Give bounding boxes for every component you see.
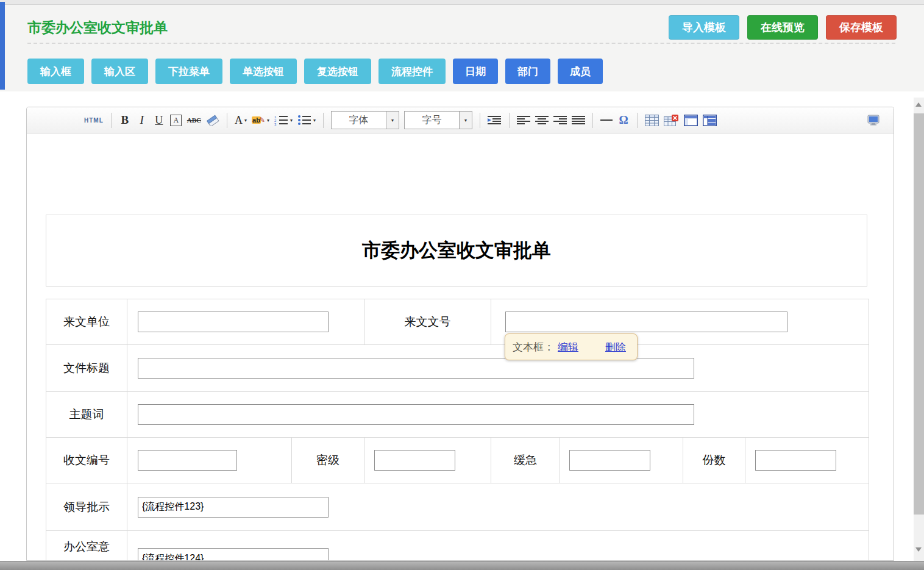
online-preview-button[interactable]: 在线预览 xyxy=(747,15,818,40)
delete-table-button[interactable] xyxy=(663,112,680,129)
table-row: 领导批示 xyxy=(46,483,869,531)
toolbar-separator xyxy=(323,113,324,128)
unordered-list-button[interactable]: ▾ xyxy=(296,112,317,129)
align-justify-icon xyxy=(572,115,585,125)
copies-label: 份数 xyxy=(683,438,745,483)
rich-text-editor: HTML B I U A ABC A▾ ab✎▾ 123 ▾ ▾ 字体 xyxy=(26,107,894,561)
highlight-color-button[interactable]: ab✎▾ xyxy=(251,112,271,129)
office-opinion-label: 办公室意 xyxy=(46,531,127,561)
editor-content-area[interactable]: 市委办公室收文审批单 来文单位 来文文号 文件标题 主题 xyxy=(27,134,894,561)
delete-control-link[interactable]: 删除 xyxy=(605,340,626,354)
header-divider xyxy=(27,43,895,44)
component-date-button[interactable]: 日期 xyxy=(453,59,498,84)
security-level-input[interactable] xyxy=(374,450,455,471)
font-family-select[interactable]: 字体 ▾ xyxy=(331,111,399,129)
table-row: 来文单位 来文文号 xyxy=(46,299,869,345)
align-right-button[interactable] xyxy=(552,112,568,129)
incoming-unit-cell xyxy=(127,299,364,345)
scroll-down-arrow-icon[interactable] xyxy=(915,547,922,552)
eraser-icon xyxy=(206,115,219,126)
document-title: 市委办公室收文审批单 xyxy=(362,238,551,263)
format-eraser-button[interactable] xyxy=(205,112,221,129)
font-size-label: 字号 xyxy=(405,114,459,127)
ordered-list-button[interactable]: 123 ▾ xyxy=(273,112,294,129)
left-edge-panel xyxy=(0,2,5,90)
import-template-button[interactable]: 导入模板 xyxy=(669,15,739,40)
save-template-button[interactable]: 保存模板 xyxy=(826,15,897,40)
insert-table-button[interactable] xyxy=(644,112,660,129)
component-palette: 输入框 输入区 下拉菜单 单选按钮 复选按钮 流程控件 日期 部门 成员 xyxy=(27,59,603,84)
caret-down-icon: ▾ xyxy=(386,112,399,129)
keywords-input[interactable] xyxy=(138,404,694,425)
fullscreen-monitor-icon xyxy=(867,115,880,126)
edit-control-link[interactable]: 编辑 xyxy=(558,340,578,354)
vertical-scrollbar[interactable] xyxy=(914,98,924,561)
caret-down-icon: ▾ xyxy=(290,118,293,123)
scroll-up-arrow-icon[interactable] xyxy=(915,102,922,107)
action-button-group: 导入模板 在线预览 保存模板 xyxy=(669,15,897,40)
urgency-cell xyxy=(560,438,683,483)
editor-toolbar: HTML B I U A ABC A▾ ab✎▾ 123 ▾ ▾ 字体 xyxy=(27,107,894,134)
incoming-number-input[interactable] xyxy=(505,312,787,332)
page-title: 市委办公室收文审批单 xyxy=(27,18,168,37)
toolbar-separator xyxy=(592,113,593,128)
html-source-button[interactable]: HTML xyxy=(83,112,105,129)
urgency-input[interactable] xyxy=(569,450,650,471)
special-char-button[interactable]: Ω xyxy=(616,112,631,129)
bold-button[interactable]: B xyxy=(118,112,132,129)
table-row: 文件标题 xyxy=(46,345,869,392)
indent-button[interactable] xyxy=(486,112,503,129)
bottom-status-bar xyxy=(0,561,924,570)
component-department-button[interactable]: 部门 xyxy=(505,59,550,84)
office-opinion-control[interactable] xyxy=(138,548,329,561)
copies-cell xyxy=(745,438,869,483)
component-member-button[interactable]: 成员 xyxy=(558,59,603,84)
doc-title-cell xyxy=(127,345,869,392)
fullscreen-button[interactable] xyxy=(865,112,881,129)
leader-instructions-control[interactable] xyxy=(138,497,329,518)
tooltip-label: 文本框： xyxy=(513,340,554,354)
caret-down-icon: ▾ xyxy=(459,112,472,129)
security-level-label: 密级 xyxy=(292,438,364,483)
align-left-button[interactable] xyxy=(516,112,531,129)
toolbar-separator xyxy=(637,113,638,128)
component-radio-button[interactable]: 单选按钮 xyxy=(230,59,297,84)
component-checkbox-button[interactable]: 复选按钮 xyxy=(304,59,371,84)
char-border-button[interactable]: A xyxy=(169,112,183,129)
document-title-block[interactable]: 市委办公室收文审批单 xyxy=(46,215,867,287)
component-dropdown-button[interactable]: 下拉菜单 xyxy=(155,59,222,84)
underline-button[interactable]: U xyxy=(152,112,166,129)
component-flow-control-button[interactable]: 流程控件 xyxy=(378,59,446,84)
security-level-cell xyxy=(364,438,491,483)
font-size-select[interactable]: 字号 ▾ xyxy=(404,111,472,129)
indent-icon xyxy=(488,115,502,126)
receipt-number-input[interactable] xyxy=(138,450,237,471)
horizontal-rule-button[interactable] xyxy=(599,112,614,129)
receipt-number-label: 收文编号 xyxy=(46,438,127,483)
align-right-icon xyxy=(553,115,567,125)
urgency-label: 缓急 xyxy=(491,438,560,483)
align-justify-button[interactable] xyxy=(570,112,586,129)
incoming-unit-label: 来文单位 xyxy=(46,299,127,345)
table-properties-button[interactable] xyxy=(683,112,699,129)
italic-button[interactable]: I xyxy=(135,112,149,129)
component-input-box-button[interactable]: 输入框 xyxy=(27,59,84,84)
copies-input[interactable] xyxy=(755,450,836,471)
receipt-number-cell xyxy=(127,438,292,483)
cell-properties-button[interactable] xyxy=(702,112,718,129)
align-center-button[interactable] xyxy=(534,112,550,129)
font-color-icon: A xyxy=(235,114,243,127)
font-color-button[interactable]: A▾ xyxy=(233,112,248,129)
document-title-input[interactable] xyxy=(138,358,694,379)
page-header: 市委办公室收文审批单 导入模板 在线预览 保存模板 输入框 输入区 下拉菜单 单… xyxy=(0,5,924,91)
cell-properties-icon xyxy=(703,115,717,126)
leader-instructions-cell xyxy=(127,483,869,531)
doc-title-label: 文件标题 xyxy=(46,345,127,392)
html-source-icon: HTML xyxy=(84,117,104,124)
scrollbar-thumb[interactable] xyxy=(914,113,924,515)
strikethrough-button[interactable]: ABC xyxy=(186,112,202,129)
caret-down-icon: ▾ xyxy=(244,118,247,123)
toolbar-separator xyxy=(480,113,480,128)
component-textarea-button[interactable]: 输入区 xyxy=(91,59,148,84)
incoming-unit-input[interactable] xyxy=(138,312,329,332)
